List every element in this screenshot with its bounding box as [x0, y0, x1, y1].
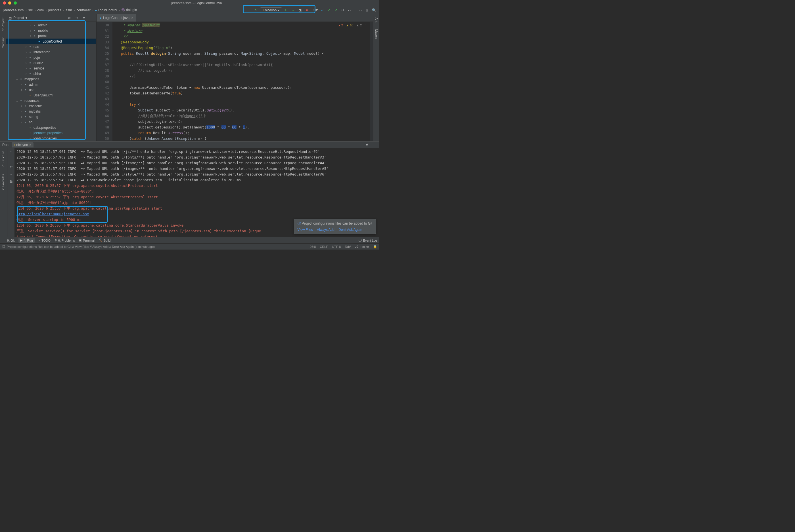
debug-button[interactable]: ⌖ — [290, 8, 295, 13]
tree-item-pojo[interactable]: ›pojo — [6, 55, 96, 60]
breadcrumb-item[interactable]: controller — [76, 8, 91, 12]
hide-panel-icon[interactable]: — — [372, 142, 377, 148]
gear-icon[interactable]: ✲ — [365, 142, 370, 148]
code-line[interactable]: * @return — [112, 28, 370, 34]
favorites-tool-button[interactable]: 2: Favorites — [1, 174, 5, 190]
git-commit-icon[interactable]: ✓ — [326, 8, 332, 13]
hammer-icon[interactable]: ↖ — [253, 8, 258, 13]
breadcrumb-item[interactable]: jeenotes-ssm — [3, 8, 24, 12]
run-tab-niceyoo[interactable]: ⟟ niceyoo × — [12, 142, 33, 148]
code-line[interactable] — [112, 96, 370, 102]
git-push-icon[interactable]: ↗ — [333, 8, 339, 13]
close-tab-icon[interactable]: × — [131, 16, 133, 20]
code-line[interactable]: token.setRememberMe(true); — [112, 91, 370, 96]
file-encoding[interactable]: UTF-8 — [332, 245, 341, 248]
code-area[interactable]: * @param password * @return */ @Response… — [112, 22, 370, 141]
tree-item-log4j-properties[interactable]: log4j.properties — [6, 136, 96, 141]
build-tool-button[interactable]: 🔨 Build — [98, 239, 110, 242]
code-line[interactable]: * @param password — [112, 22, 370, 28]
maximize-window-button[interactable] — [14, 1, 17, 4]
code-line[interactable]: return Result.success(); — [112, 130, 370, 136]
code-line[interactable]: */ — [112, 34, 370, 39]
expand-all-icon[interactable]: ⇥ — [74, 15, 79, 20]
code-line[interactable]: }catch (UnknownAccountException e) { — [112, 136, 370, 141]
code-line[interactable]: @ResponseBody — [112, 39, 370, 45]
tree-item-admin[interactable]: ›admin — [6, 22, 96, 28]
run-configuration-selector[interactable]: ⟟ niceyoo ▾ — [260, 7, 282, 13]
tree-item-dao[interactable]: ›dao — [6, 44, 96, 49]
tree-item-admin[interactable]: ›admin — [6, 82, 96, 87]
maven-tool-button[interactable]: Maven — [375, 29, 378, 39]
tree-item-logincontrol[interactable]: LoginControl — [6, 39, 96, 44]
code-line[interactable] — [112, 56, 370, 62]
terminal-tool-button[interactable]: ▣ Terminal — [79, 239, 94, 242]
run-tool-button[interactable]: ▶ 4: Run — [18, 238, 34, 243]
breadcrumb-item[interactable]: ⓜ dologin — [121, 8, 138, 13]
code-line[interactable]: //} — [112, 73, 370, 79]
editor-inspection-status[interactable]: ● 2 ▲ 10 ▲ 2 ˇ — [339, 23, 366, 27]
tree-item-sql[interactable]: ›sql — [6, 119, 96, 125]
code-line[interactable]: try { — [112, 102, 370, 108]
code-line[interactable]: UsernamePasswordToken token = new Userna… — [112, 85, 370, 91]
code-line[interactable]: @RequestMapping("login") — [112, 45, 370, 51]
project-tree[interactable]: ›admin›mobile›protalLoginControl›dao›int… — [6, 22, 96, 141]
tree-item-service[interactable]: ›service — [6, 65, 96, 71]
ant-tool-button[interactable]: Ant — [375, 18, 378, 22]
history-icon[interactable]: ↺ — [340, 8, 345, 13]
git-branch[interactable]: ⎇ master — [355, 245, 369, 248]
code-line[interactable]: //此时会跳转到realm 中的doget方法中 — [112, 113, 370, 119]
tree-item-spring[interactable]: ›spring — [6, 114, 96, 119]
code-line[interactable]: public Result dologin(String username, S… — [112, 51, 370, 56]
problems-tool-button[interactable]: ⊘ 6: Problems — [55, 239, 75, 242]
stop-button[interactable]: ■ — [304, 8, 309, 13]
tree-item-mappings[interactable]: ⌄mappings — [6, 76, 96, 82]
gear-icon[interactable]: ✲ — [82, 15, 87, 20]
close-window-button[interactable] — [3, 1, 6, 4]
tree-item-resources[interactable]: ⌄resources — [6, 98, 96, 103]
lock-icon[interactable]: 🔒 — [373, 245, 377, 248]
down-stacktrace-icon[interactable]: ↓ — [8, 157, 14, 162]
hide-panel-icon[interactable]: — — [89, 15, 94, 20]
tree-item-ehcache[interactable]: ›ehcache — [6, 103, 96, 109]
line-separator[interactable]: CRLF — [320, 245, 328, 248]
dont-ask-again-link[interactable]: Don't Ask Again — [339, 228, 362, 232]
tree-item-mybatis[interactable]: ›mybatis — [6, 109, 96, 114]
breadcrumb-item[interactable]: LoginControl — [94, 8, 118, 12]
breadcrumb-item[interactable]: com — [37, 8, 44, 12]
git-pull-icon[interactable]: ↙ — [320, 8, 325, 13]
presentation-icon[interactable]: ▭ — [358, 8, 363, 13]
todo-tool-button[interactable]: ≡ TODO — [39, 239, 51, 242]
indent-setting[interactable]: Tab* — [345, 245, 351, 248]
view-files-link[interactable]: View Files — [297, 228, 313, 232]
print-icon[interactable]: 🖶 — [8, 179, 14, 184]
chevron-down-icon[interactable]: ▾ — [25, 16, 27, 20]
select-opened-file-icon[interactable]: ⊕ — [67, 15, 72, 20]
breadcrumb-item[interactable]: ssm — [65, 8, 72, 12]
editor-tab-logincontrol[interactable]: LoginControl.java × — [96, 14, 136, 22]
code-line[interactable]: //this.logout(); — [112, 68, 370, 73]
error-stripe[interactable] — [370, 22, 373, 141]
tree-item-data-properties[interactable]: data.properties — [6, 125, 96, 130]
event-log-button[interactable]: ⓘ Event Log — [359, 238, 377, 243]
code-line[interactable]: subject.getSession().setTimeout(1000 * 6… — [112, 125, 370, 130]
cursor-position[interactable]: 26:8 — [310, 245, 316, 248]
coverage-button[interactable]: ⬔ — [297, 8, 302, 13]
structure-tool-button[interactable]: 7: Structure — [1, 151, 5, 167]
project-tool-button[interactable]: 1: Project — [1, 18, 5, 31]
tree-item-shiro[interactable]: ›shiro — [6, 71, 96, 76]
tree-item-user[interactable]: ›user — [6, 87, 96, 92]
code-line[interactable]: //if(StringUtils.isBlank(username)||Stri… — [112, 62, 370, 68]
breadcrumb-item[interactable]: src — [28, 8, 33, 12]
tree-item-mobile[interactable]: ›mobile — [6, 28, 96, 33]
find-in-files-icon[interactable]: ⊟ — [365, 8, 370, 13]
tree-item-userdao-xml[interactable]: UserDao.xml — [6, 92, 96, 98]
always-add-link[interactable]: Always Add — [317, 228, 335, 232]
scroll-to-end-icon[interactable]: ⤓ — [8, 172, 14, 177]
softwrap-icon[interactable]: ↩ — [8, 164, 14, 169]
rollback-icon[interactable]: ⤺ — [347, 8, 352, 13]
code-line[interactable]: subject.login(token); — [112, 119, 370, 125]
breadcrumb-item[interactable]: jeenotes — [48, 8, 61, 12]
tree-item-quartz[interactable]: ›quartz — [6, 60, 96, 65]
minimize-window-button[interactable] — [8, 1, 11, 4]
code-editor[interactable]: 3031323334353637383940414243444546474849… — [96, 22, 373, 141]
